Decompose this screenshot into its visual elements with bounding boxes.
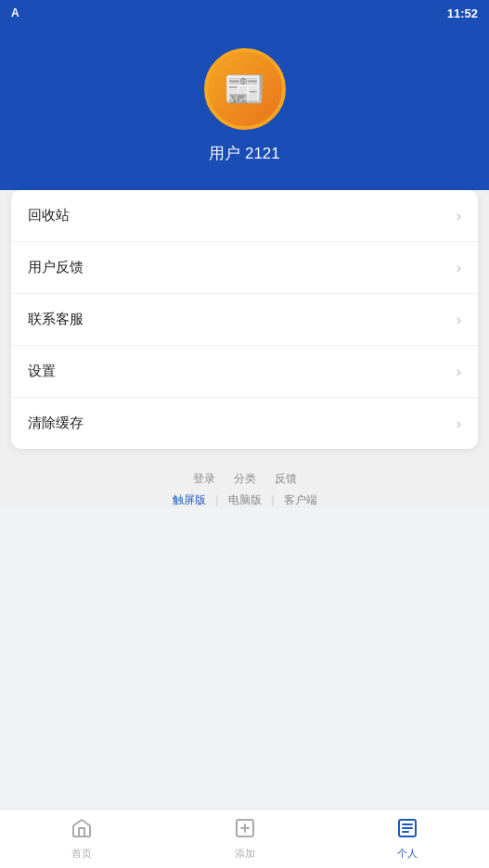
- footer-desktop-link[interactable]: 电脑版: [228, 492, 262, 508]
- add-icon: [234, 817, 256, 845]
- menu-item-contact-label: 联系客服: [28, 311, 84, 328]
- tab-bar: 首页 添加 个人: [0, 809, 489, 868]
- tab-profile-label: 个人: [397, 847, 418, 861]
- tab-home-label: 首页: [71, 847, 92, 861]
- status-bar-logo: A: [11, 6, 19, 19]
- menu-item-clear-cache[interactable]: 清除缓存 ›: [11, 398, 478, 449]
- menu-item-contact[interactable]: 联系客服 ›: [11, 294, 478, 346]
- footer-links: 登录 分类 反馈 触屏版 ｜ 电脑版 ｜ 客户端: [0, 471, 489, 508]
- menu-item-recycle-label: 回收站: [28, 207, 70, 224]
- tab-profile[interactable]: 个人: [326, 810, 489, 868]
- profile-header: 📰 用户 2121: [0, 26, 489, 190]
- tab-add-label: 添加: [235, 847, 255, 861]
- footer-login-link[interactable]: 登录: [193, 471, 215, 487]
- footer-category-link[interactable]: 分类: [234, 471, 256, 487]
- status-bar: A 11:52: [0, 0, 489, 26]
- tab-add[interactable]: 添加: [163, 810, 327, 868]
- footer-feedback-link[interactable]: 反馈: [275, 471, 297, 487]
- footer-sep2: ｜: [267, 492, 278, 508]
- footer-row2: 触屏版 ｜ 电脑版 ｜ 客户端: [0, 492, 489, 508]
- tab-home[interactable]: 首页: [0, 810, 163, 868]
- footer-client-link[interactable]: 客户端: [284, 492, 317, 508]
- home-icon: [71, 817, 93, 845]
- footer-sep1: ｜: [212, 492, 223, 508]
- username-label: 用户 2121: [209, 143, 280, 164]
- menu-item-settings-label: 设置: [28, 363, 56, 380]
- menu-card: 回收站 › 用户反馈 › 联系客服 › 设置 › 清除缓存 ›: [11, 190, 478, 449]
- chevron-right-icon: ›: [457, 415, 461, 432]
- chevron-right-icon: ›: [457, 364, 461, 380]
- menu-item-recycle[interactable]: 回收站 ›: [11, 190, 478, 242]
- menu-item-clear-cache-label: 清除缓存: [28, 415, 84, 432]
- avatar: 📰: [204, 48, 286, 130]
- menu-item-settings[interactable]: 设置 ›: [11, 346, 478, 398]
- menu-item-feedback-user[interactable]: 用户反馈 ›: [11, 242, 478, 294]
- avatar-icon: 📰: [224, 70, 265, 108]
- footer-row1: 登录 分类 反馈: [0, 471, 489, 487]
- chevron-right-icon: ›: [457, 260, 461, 276]
- footer-touch-link[interactable]: 触屏版: [173, 492, 206, 508]
- status-bar-time: 11:52: [447, 6, 478, 20]
- menu-item-feedback-user-label: 用户反馈: [28, 259, 84, 276]
- chevron-right-icon: ›: [457, 312, 461, 328]
- chevron-right-icon: ›: [457, 208, 461, 224]
- profile-icon: [396, 817, 418, 845]
